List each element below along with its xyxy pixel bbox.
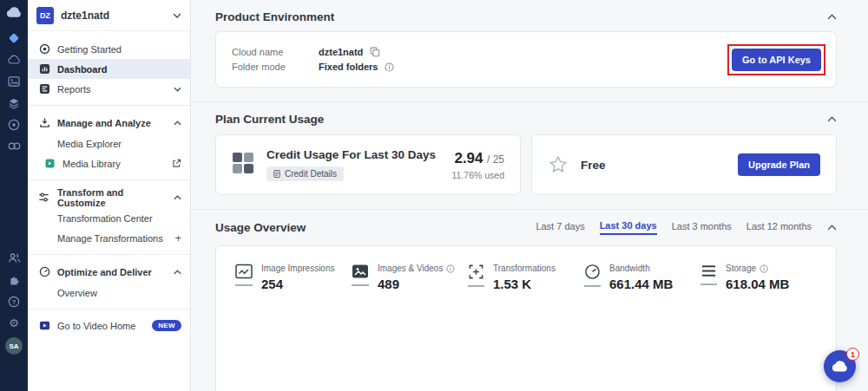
external-link-icon	[172, 159, 181, 168]
credit-total-value: / 25	[487, 153, 504, 166]
chevron-up-icon	[174, 270, 181, 275]
credit-usage-title: Credit Usage For Last 30 Days	[266, 148, 436, 161]
image-icon[interactable]	[3, 72, 25, 90]
product-environment-card: Cloud name dzte1natd Folder mode Fixed f…	[215, 31, 837, 88]
dashboard-icon	[38, 63, 50, 75]
media-disc-icon[interactable]	[3, 115, 25, 134]
collapse-chevron-up-icon[interactable]	[827, 225, 837, 231]
metric-label: Bandwidth	[609, 264, 673, 273]
metric-value: 661.44 MB	[609, 277, 673, 291]
tab-last-12-months[interactable]: Last 12 months	[746, 221, 812, 234]
divider	[28, 179, 190, 180]
sidebar-item-manage-transformations[interactable]: Manage Transformations +	[28, 228, 190, 248]
plan-card: Free Upgrade Plan	[531, 134, 837, 195]
metric-label: Images & Videos	[378, 264, 443, 273]
bandwidth-gauge-icon	[584, 264, 601, 287]
section-title: Plan Current Usage	[215, 113, 324, 126]
main-content: Product Environment Cloud name dzte1natd…	[191, 0, 868, 391]
info-icon[interactable]	[446, 264, 455, 273]
section-title: Usage Overview	[215, 221, 306, 234]
sidebar-group-manage-analyze[interactable]: Manage and Analyze	[28, 112, 190, 134]
programmable-media-icon[interactable]	[3, 29, 25, 47]
metric-image-impressions: Image Impressions 254	[235, 264, 352, 291]
copy-icon[interactable]	[370, 47, 380, 57]
assets-cloud-icon[interactable]	[3, 50, 25, 68]
rail-bottom-group: ? ⚙ SA	[3, 247, 25, 391]
sidebar-item-dashboard[interactable]: Dashboard	[28, 59, 190, 79]
metric-value: 1.53 K	[493, 277, 556, 291]
sidebar-group-optimize-deliver[interactable]: Optimize and Deliver	[28, 261, 190, 283]
collections-layers-icon[interactable]	[3, 94, 25, 112]
sidebar-item-label: Dashboard	[57, 64, 107, 75]
sidebar-item-media-library[interactable]: Media Library	[28, 153, 190, 173]
user-avatar[interactable]: SA	[5, 337, 23, 355]
images-videos-icon	[352, 264, 369, 286]
sidebar-item-label: Overview	[57, 288, 97, 298]
sidebar-item-label: Transformation Center	[57, 213, 153, 224]
metric-images-videos: Images & Videos 489	[352, 264, 468, 291]
storage-icon	[700, 264, 717, 285]
plan-name: Free	[581, 159, 606, 172]
folder-mode-value: Fixed folders	[319, 62, 378, 72]
go-to-api-keys-button[interactable]: Go to API Keys	[732, 49, 821, 71]
divider	[28, 309, 190, 310]
sidebar-item-label: Media Explorer	[57, 139, 122, 149]
workflow-loop-icon[interactable]	[3, 137, 25, 155]
account-name: dzte1natd	[61, 10, 173, 22]
credit-usage-card: Credit Usage For Last 30 Days Credit Det…	[215, 134, 521, 195]
getting-started-icon	[38, 43, 50, 55]
tab-last-7-days[interactable]: Last 7 days	[536, 221, 584, 234]
transformations-icon	[468, 264, 484, 287]
sidebar-item-go-to-video-home[interactable]: Go to Video Home NEW	[28, 316, 190, 336]
info-icon[interactable]	[760, 264, 768, 273]
tab-last-30-days[interactable]: Last 30 days	[600, 220, 657, 235]
download-tray-icon	[38, 117, 50, 128]
chevron-up-icon	[174, 121, 181, 126]
collapse-chevron-up-icon[interactable]	[827, 14, 837, 20]
metric-label: Storage	[726, 264, 756, 273]
chevron-down-icon	[173, 13, 181, 18]
sidebar-group-label: Transform and Customize	[57, 187, 174, 208]
help-icon[interactable]: ?	[3, 292, 25, 310]
metric-bandwidth: Bandwidth 661.44 MB	[584, 264, 700, 291]
usage-overview-section: Usage Overview Last 7 days Last 30 days …	[191, 210, 868, 391]
sidebar-item-transformation-center[interactable]: Transformation Center	[28, 208, 190, 228]
sidebar-item-reports[interactable]: Reports	[28, 79, 190, 99]
metric-label: Transformations	[493, 264, 556, 273]
metric-storage: Storage 618.04 MB	[700, 264, 817, 291]
sidebar: DZ dzte1natd Getting Started Dashboard	[28, 0, 191, 391]
sidebar-item-label: Reports	[57, 84, 91, 94]
account-badge: DZ	[36, 7, 54, 24]
annotation-highlight-box: Go to API Keys	[727, 44, 825, 75]
support-fab-button[interactable]: 1	[824, 350, 856, 382]
reports-icon	[38, 83, 50, 94]
cloud-name-label: Cloud name	[232, 47, 319, 57]
product-environment-section: Product Environment Cloud name dzte1natd…	[191, 0, 868, 102]
sidebar-item-overview[interactable]: Overview	[28, 283, 190, 303]
metric-value: 489	[378, 277, 455, 291]
video-home-icon	[38, 320, 50, 331]
credit-grid-icon	[232, 152, 254, 178]
plus-icon[interactable]: +	[174, 232, 181, 244]
plan-current-usage-section: Plan Current Usage Credit Usage For Last…	[191, 102, 868, 210]
sidebar-item-media-explorer[interactable]: Media Explorer	[28, 134, 190, 153]
credit-used-value: 2.94	[454, 150, 483, 166]
sidebar-item-getting-started[interactable]: Getting Started	[28, 39, 190, 59]
folder-mode-label: Folder mode	[232, 62, 319, 72]
image-impressions-icon	[235, 264, 253, 286]
collapse-chevron-up-icon[interactable]	[827, 116, 837, 122]
metric-transformations: Transformations 1.53 K	[468, 264, 584, 291]
settings-gear-icon[interactable]: ⚙	[3, 314, 25, 332]
upgrade-plan-button[interactable]: Upgrade Plan	[738, 153, 820, 176]
tab-last-3-months[interactable]: Last 3 months	[672, 221, 732, 234]
new-badge: NEW	[152, 320, 181, 331]
info-icon[interactable]	[385, 62, 394, 72]
sidebar-group-label: Manage and Analyze	[57, 118, 151, 128]
credit-details-button[interactable]: Credit Details	[266, 166, 344, 181]
divider	[28, 254, 190, 255]
sidebar-group-transform-customize[interactable]: Transform and Customize	[28, 186, 190, 208]
users-icon[interactable]	[3, 249, 25, 267]
addons-puzzle-icon[interactable]	[3, 270, 25, 289]
account-selector[interactable]: DZ dzte1natd	[28, 0, 190, 31]
sidebar-item-label: Media Library	[62, 159, 121, 169]
